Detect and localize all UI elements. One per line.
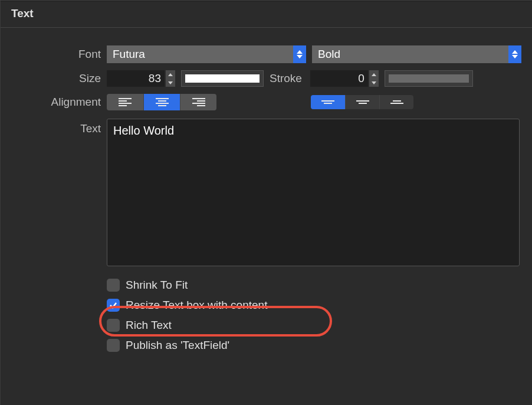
valign-top-button[interactable]	[311, 95, 345, 109]
stroke-input[interactable]	[310, 70, 368, 87]
font-family-value: Futura	[107, 48, 151, 61]
valign-middle-button[interactable]	[345, 95, 379, 109]
svg-marker-2	[512, 50, 518, 54]
align-center-icon	[156, 98, 169, 106]
size-input[interactable]	[107, 70, 165, 87]
size-field-group	[107, 70, 175, 87]
valign-bottom-button[interactable]	[379, 95, 413, 109]
text-row: Text	[1, 119, 521, 269]
stroke-stepper[interactable]	[369, 70, 379, 87]
alignment-label: Alignment	[1, 96, 107, 109]
size-stepper[interactable]	[166, 70, 175, 87]
shrink-to-fit-row[interactable]: Shrink To Fit	[107, 279, 521, 292]
align-center-button[interactable]	[143, 94, 180, 110]
font-weight-value: Bold	[312, 48, 346, 61]
font-row: Font Futura Bold	[1, 45, 521, 63]
fill-color-value	[185, 74, 260, 83]
shrink-to-fit-checkbox[interactable]	[107, 279, 120, 292]
resize-with-content-row[interactable]: Resize Text box with content	[107, 299, 521, 312]
chevron-up-icon	[166, 70, 175, 79]
updown-arrows-icon	[293, 45, 306, 63]
checkbox-group: Shrink To Fit Resize Text box with conte…	[107, 279, 521, 352]
align-left-button[interactable]	[107, 94, 143, 110]
text-content-input[interactable]	[107, 119, 520, 266]
svg-marker-1	[297, 55, 303, 58]
svg-marker-6	[372, 73, 376, 76]
align-right-button[interactable]	[180, 94, 216, 110]
h-align-group	[107, 94, 216, 110]
resize-with-content-label: Resize Text box with content	[126, 299, 267, 312]
updown-arrows-icon	[508, 45, 521, 63]
stroke-color-swatch[interactable]	[385, 70, 473, 87]
valign-bottom-icon	[390, 100, 403, 104]
stroke-label: Stroke	[270, 72, 304, 85]
svg-marker-0	[297, 50, 303, 54]
stroke-field-group	[310, 70, 379, 87]
size-label: Size	[1, 72, 107, 85]
publish-textfield-checkbox[interactable]	[107, 339, 120, 352]
font-family-select[interactable]: Futura	[107, 45, 306, 63]
text-label: Text	[1, 119, 107, 135]
publish-textfield-row[interactable]: Publish as 'TextField'	[107, 339, 521, 352]
font-label: Font	[1, 48, 107, 61]
valign-top-icon	[321, 100, 334, 104]
text-panel: Text Font Futura Bold	[0, 0, 532, 405]
svg-marker-3	[512, 55, 518, 58]
font-weight-select[interactable]: Bold	[312, 45, 521, 63]
svg-marker-5	[168, 81, 173, 84]
shrink-to-fit-label: Shrink To Fit	[126, 279, 188, 292]
alignment-row: Alignment	[1, 94, 521, 110]
stroke-color-value	[389, 74, 469, 83]
resize-with-content-checkbox[interactable]	[107, 299, 120, 312]
chevron-down-icon	[369, 79, 379, 87]
valign-middle-icon	[356, 100, 369, 104]
svg-marker-7	[372, 81, 376, 84]
fill-color-swatch[interactable]	[181, 70, 264, 87]
rich-text-row[interactable]: Rich Text	[107, 319, 521, 332]
panel-title: Text	[1, 1, 532, 27]
svg-marker-4	[168, 73, 173, 76]
rich-text-label: Rich Text	[126, 319, 172, 332]
chevron-up-icon	[369, 70, 379, 79]
publish-textfield-label: Publish as 'TextField'	[126, 339, 229, 352]
align-right-icon	[192, 98, 205, 106]
panel-body: Font Futura Bold	[1, 27, 532, 365]
v-align-group	[311, 95, 413, 109]
rich-text-checkbox[interactable]	[107, 319, 120, 332]
align-left-icon	[119, 98, 132, 106]
chevron-down-icon	[166, 79, 175, 87]
size-stroke-row: Size Stroke	[1, 70, 521, 87]
